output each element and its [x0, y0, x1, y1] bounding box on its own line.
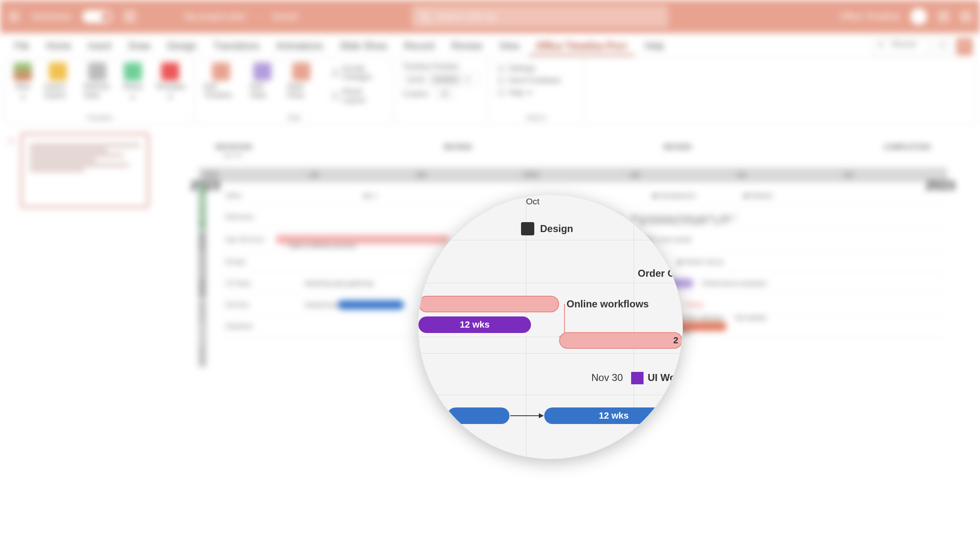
tab-slideshow[interactable]: Slide Show: [333, 38, 394, 55]
timeline-position-heading: Timeline Position: [403, 62, 479, 71]
mag-bar-online-workflows[interactable]: [418, 296, 559, 312]
group-timeline-label: Timeline: [14, 111, 185, 122]
mag-order-label: Order Ca: [638, 268, 680, 279]
ribbon-tabs: File Home Insert Draw Design Transitions…: [0, 33, 980, 55]
slide-thumbnail-1[interactable]: 1: [21, 133, 149, 208]
settings-button[interactable]: Settings: [498, 62, 574, 74]
group-addin-label: Add-in: [498, 111, 574, 122]
avatar[interactable]: [910, 8, 927, 25]
phase-completion: COMPLETION: [884, 143, 930, 151]
edit-data-button[interactable]: Edit Data: [250, 62, 275, 106]
tab-animations[interactable]: Animations: [269, 38, 330, 55]
mag-ui-label: UI Worl: [648, 372, 682, 383]
refresh-data-button[interactable]: Refresh Data: [84, 62, 110, 102]
new-button[interactable]: New▾: [14, 62, 32, 102]
phase-review-1: REVIEW: [444, 143, 471, 151]
tab-design[interactable]: Design: [161, 38, 204, 55]
custom-label: Custom: [403, 90, 428, 98]
help-button[interactable]: Help ▾: [498, 86, 574, 99]
phase-review-2: REVIEW: [664, 143, 692, 151]
tab-office-timeline[interactable]: Office Timeline Pro+: [529, 38, 635, 55]
mag-online-label: Online workflows: [567, 298, 649, 310]
dependency-arrow-icon: [510, 415, 543, 416]
mag-bar-pink-2[interactable]: 2: [559, 332, 682, 349]
group-edit-label: Edit: [204, 111, 384, 122]
search-placeholder: Search (Alt+Q): [436, 11, 496, 22]
custom-value-input[interactable]: 25: [435, 89, 454, 100]
share-button[interactable]: Share▾: [123, 62, 143, 102]
row-deliveries: Deliveries: [222, 213, 267, 221]
autosave-label: AutoSave: [31, 11, 71, 22]
save-icon[interactable]: [124, 10, 136, 23]
check-icon: [332, 69, 338, 76]
app-icon: [8, 11, 20, 22]
import-export-button[interactable]: Import Export: [44, 62, 72, 102]
row-uxapps: UX Apps: [222, 280, 267, 287]
search-input[interactable]: Search (Alt+Q): [412, 5, 668, 28]
edit-timeline-button[interactable]: Edit Timeline: [204, 62, 238, 106]
row-helpdesk: Helpdesk: [222, 323, 267, 330]
tab-view[interactable]: View: [492, 38, 526, 55]
tab-draw[interactable]: Draw: [122, 38, 157, 55]
square-milestone-icon: [521, 222, 534, 235]
accept-changes-button[interactable]: Accept Changes: [332, 62, 384, 83]
autosave-toggle[interactable]: [82, 10, 112, 23]
notification-icon[interactable]: [938, 11, 949, 22]
template-button[interactable]: Template▾: [155, 62, 185, 102]
swimlane-programs: PROGRAMS: [199, 231, 206, 298]
share-pill[interactable]: ▢: [933, 38, 952, 55]
ribbon: New▾ Import Export Refresh Data Share▾ T…: [4, 58, 976, 124]
slide-thumbnail-panel: 1: [0, 127, 166, 551]
gear-icon: [498, 65, 504, 72]
tab-help[interactable]: Help: [638, 38, 670, 55]
mag-month: Oct: [526, 196, 540, 206]
swimlane-support: SUPPORT: [199, 300, 206, 367]
present-pill[interactable]: ▸: [956, 38, 973, 55]
reset-layout-button[interactable]: Reset Layout: [332, 86, 384, 106]
reset-icon: [332, 93, 339, 99]
swimlane-keydates: KEY DATES: [199, 185, 206, 230]
tab-review[interactable]: Review: [444, 38, 489, 55]
row-appservices: App Services: [222, 236, 267, 243]
tab-insert[interactable]: Insert: [81, 38, 118, 55]
feedback-icon: [498, 77, 504, 84]
slide-number: 1: [9, 136, 13, 146]
feedback-button[interactable]: Send Feedback: [498, 74, 574, 86]
row-sales: Sales: [222, 192, 267, 199]
document-name[interactable]: My project plan: [184, 11, 246, 22]
row-devops: DevOps: [222, 301, 267, 309]
help-icon: [498, 89, 504, 96]
search-icon: [420, 12, 429, 21]
mag-design-milestone[interactable]: Design: [521, 222, 573, 235]
mag-nov30: Nov 30: [591, 372, 623, 383]
mag-bar-blue-1[interactable]: [447, 407, 509, 424]
magnifier: Oct Design Order Ca Online workflows 12 …: [418, 194, 683, 459]
mag-bar-blue-2[interactable]: 12 wks: [544, 407, 683, 424]
titlebar: AutoSave My project plan · Saved Search …: [0, 0, 980, 33]
style-pane-button[interactable]: Style Pane: [287, 62, 316, 106]
record-button[interactable]: ● Record: [872, 38, 929, 55]
time-scale: 2023 Q2 Q3 2023 Q4 Q1 Q2: [199, 168, 947, 182]
phase-initiation: INITIATION: [215, 143, 252, 151]
phase-date: Apr 30: [223, 151, 947, 158]
window-controls-icon[interactable]: [960, 11, 972, 22]
tab-home[interactable]: Home: [39, 38, 78, 55]
account-name[interactable]: Office Timeline: [840, 11, 900, 22]
row-design-row: Design: [222, 258, 267, 266]
starburst-milestone-icon[interactable]: [631, 372, 644, 384]
save-state: Saved: [272, 11, 298, 22]
tab-transitions[interactable]: Transitions: [207, 38, 266, 55]
position-mode-select[interactable]: Quick Custom ▾: [403, 74, 479, 86]
tab-file[interactable]: File: [7, 38, 36, 55]
tab-record[interactable]: Record: [397, 38, 441, 55]
